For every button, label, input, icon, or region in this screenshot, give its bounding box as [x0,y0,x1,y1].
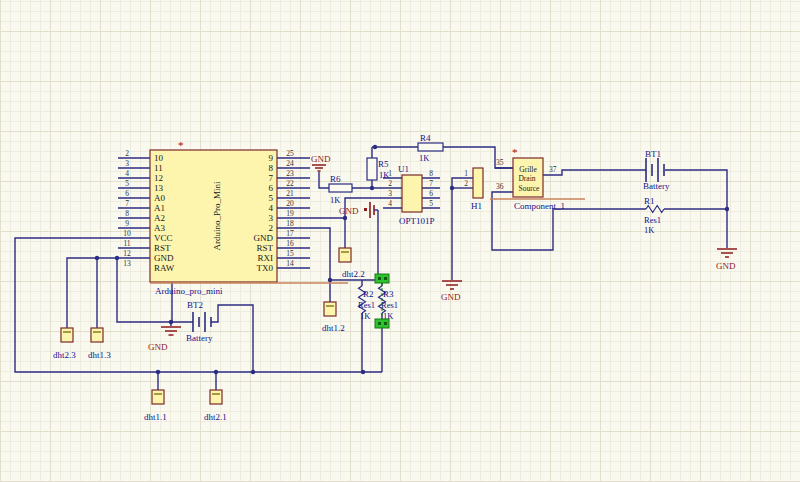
u1-left-stubs[interactable] [383,178,402,208]
svg-text:25: 25 [286,149,294,158]
svg-text:2: 2 [464,179,468,188]
svg-text:1K: 1K [419,153,430,163]
component1-label[interactable]: Component_1 [514,201,565,211]
svg-text:4: 4 [269,203,274,213]
resistor-r2[interactable]: R2 Res1 1K [358,286,375,321]
svg-text:RXI: RXI [258,253,274,263]
svg-text:6: 6 [125,189,129,198]
resistor-r5[interactable]: R5 1K [367,158,390,180]
arduino-part-name: Arduino_Pro_Mini [212,181,222,251]
svg-text:8: 8 [269,163,274,173]
svg-text:A0: A0 [154,193,165,203]
svg-text:U1[interactable]: U1 [398,164,409,174]
svg-text:15: 15 [286,249,294,258]
wire-h1-pin1-gnd[interactable] [452,178,473,280]
svg-text:RST: RST [154,243,171,253]
gnd-symbol-h1[interactable]: GND [441,281,462,302]
svg-text:Battery: Battery [186,333,213,343]
svg-text:21: 21 [286,189,294,198]
pin35-number: 35 [496,158,504,167]
svg-text:BT2[interactable]: BT2 [187,300,203,310]
svg-text:5: 5 [269,193,274,203]
svg-text:R1[interactable]: R1 [644,196,655,206]
svg-text:dht2.3[interactable]: dht2.3 [53,350,76,360]
svg-text:3: 3 [125,159,129,168]
svg-text:R5[interactable]: R5 [378,159,389,169]
svg-text:VCC: VCC [154,233,173,243]
wire-pin18[interactable] [277,228,330,302]
svg-text:GND: GND [441,292,461,302]
arduino-label[interactable]: Arduino_pro_mini [155,286,223,296]
u1-body[interactable] [402,175,422,212]
component1-mosfet[interactable]: * Grille Drain Source 35 36 37 Component… [490,146,585,211]
svg-text:H1[interactable]: H1 [471,201,482,211]
h1-header[interactable]: 1 2 H1 [464,168,483,211]
connector-dht1.2[interactable]: dht1.2 [322,302,345,333]
arduino-right-pin-numbers: 25 24 23 22 21 20 19 18 17 16 15 14 [286,149,294,268]
resistor-r1[interactable]: R1 Res1 1K [644,196,664,235]
svg-text:RST: RST [256,243,273,253]
svg-text:dht1.3[interactable]: dht1.3 [88,350,111,360]
svg-text:Grille: Grille [519,165,537,174]
svg-text:12: 12 [154,173,163,183]
svg-text:9: 9 [125,219,129,228]
svg-text:GND: GND [716,261,736,271]
svg-text:dht1.2[interactable]: dht1.2 [322,323,345,333]
gnd-symbol-bt1[interactable]: GND [716,249,737,271]
compile-mark: * [178,139,184,151]
compile-mark: * [512,146,518,158]
svg-text:20: 20 [286,199,294,208]
svg-text:R6[interactable]: R6 [330,174,341,184]
svg-text:5: 5 [429,199,433,208]
svg-text:R3[interactable]: R3 [383,289,394,299]
resistor-r6[interactable]: R6 1K [329,174,352,205]
svg-text:13: 13 [123,259,131,268]
svg-text:1K: 1K [360,311,371,321]
svg-text:12: 12 [123,249,131,258]
svg-text:13: 13 [154,183,164,193]
u1-opt101p[interactable]: U1 1 2 3 4 8 7 6 5 OPT101P [388,164,434,226]
svg-text:4: 4 [125,169,129,178]
u1-part[interactable]: OPT101P [399,216,435,226]
svg-text:7: 7 [125,199,129,208]
svg-text:14: 14 [286,259,294,268]
svg-text:1: 1 [388,169,392,178]
svg-text:RAW: RAW [154,263,175,273]
resistor-r4[interactable]: R4 1K [418,133,443,163]
svg-text:8: 8 [125,209,129,218]
svg-text:2: 2 [388,179,392,188]
svg-text:dht2.2[interactable]: dht2.2 [342,269,365,279]
svg-text:9: 9 [269,153,274,163]
svg-text:17: 17 [286,229,294,238]
svg-text:BT1[interactable]: BT1 [645,149,661,159]
svg-text:A2: A2 [154,213,165,223]
schematic-canvas[interactable]: * 2 3 4 5 6 7 8 9 10 11 12 13 25 24 23 2… [0,0,800,482]
wire-pin37-bt1[interactable] [543,170,646,175]
wire-bt2-pos[interactable] [211,305,253,372]
wires[interactable] [15,147,727,390]
gnd-symbol-bt2[interactable]: GND [148,322,181,352]
pin36-number: 36 [496,182,504,191]
wire-gnd-r6[interactable] [319,172,329,188]
wire-gnd-rail[interactable] [67,258,150,328]
svg-text:Battery: Battery [643,181,670,191]
svg-text:16: 16 [286,239,294,248]
connector-dht2.2[interactable]: dht2.2 [339,248,365,279]
svg-text:8: 8 [429,169,433,178]
gnd-port-r6[interactable]: GND [311,154,331,171]
svg-text:A1: A1 [154,203,165,213]
connector-dht1.1[interactable]: dht1.1 [144,390,167,422]
svg-text:dht2.1[interactable]: dht2.1 [204,412,227,422]
svg-text:R4[interactable]: R4 [420,133,431,143]
svg-text:24: 24 [286,159,294,168]
connector-dht2.1[interactable]: dht2.1 [204,390,227,422]
svg-text:6: 6 [269,183,274,193]
svg-text:dht1.1[interactable]: dht1.1 [144,412,167,422]
svg-text:19: 19 [286,209,294,218]
svg-text:5: 5 [125,179,129,188]
h1-body[interactable] [473,168,483,198]
connector-dht1.3[interactable]: dht1.3 [88,328,111,360]
svg-text:23: 23 [286,169,294,178]
connector-dht2.3[interactable]: dht2.3 [53,328,76,360]
svg-text:R2[interactable]: R2 [363,289,374,299]
